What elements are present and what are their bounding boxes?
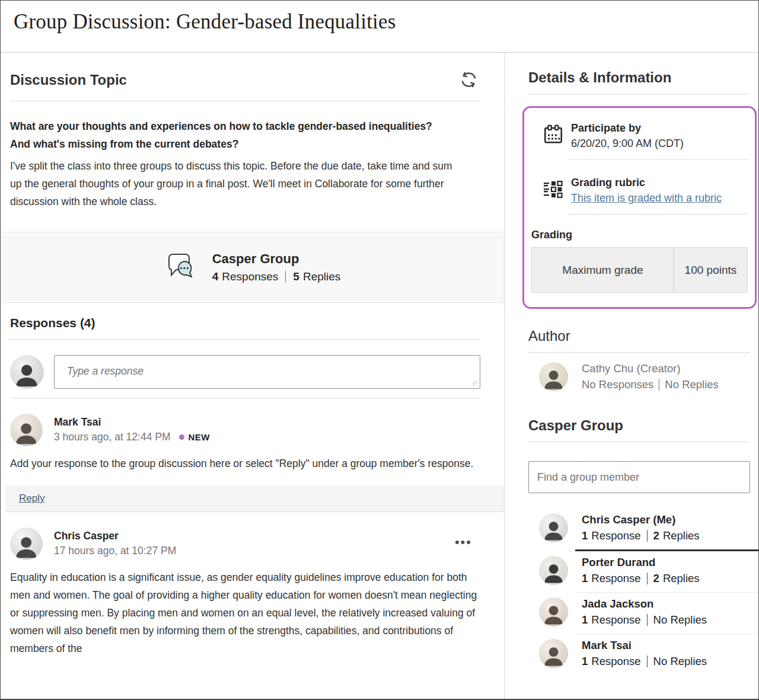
discussion-topic-heading: Discussion Topic — [10, 72, 127, 88]
grading-rubric-row: Grading rubric This item is graded with … — [524, 160, 755, 209]
topic-body: I've split the class into three groups t… — [10, 157, 462, 210]
responses-heading: Responses (4) — [10, 316, 480, 330]
rubric-icon — [542, 177, 566, 204]
member-stats: 1 Response 2 Replies — [582, 529, 700, 542]
post-mark-tsai: Mark Tsai 3 hours ago, at 12:44 PM NEW A… — [10, 414, 480, 512]
group-member-list: Chris Casper (Me) 1 Response 2 Replies — [528, 509, 750, 675]
participate-by-row: Participate by 6/20/20, 9:00 AM (CDT) — [524, 116, 755, 155]
response-composer — [10, 355, 480, 389]
replies-label: Replies — [303, 270, 340, 283]
refresh-icon — [458, 83, 479, 92]
find-group-member-input[interactable] — [528, 461, 750, 493]
avatar-porter-durand — [539, 556, 568, 585]
group-members-heading: Casper Group — [528, 417, 750, 434]
divider — [647, 573, 648, 584]
group-banner: Casper Group 4 Responses 5 Replies — [1, 232, 504, 303]
member-replies-label: No Replies — [653, 655, 707, 668]
new-badge: NEW — [189, 432, 210, 442]
topic-question: What are your thoughts and experiences o… — [10, 117, 452, 153]
post-author: Chris Casper — [54, 530, 438, 542]
divider — [528, 94, 750, 94]
author-name: Cathy Chu (Creator) — [582, 362, 719, 375]
page-title: Group Discussion: Gender-based Inequalit… — [14, 10, 744, 34]
refresh-button[interactable] — [457, 68, 480, 91]
member-name: Jada Jackson — [582, 597, 707, 610]
divider — [647, 656, 648, 667]
divider — [567, 214, 748, 215]
avatar-jada-jackson — [539, 597, 568, 627]
participate-by-value: 6/20/20, 9:00 AM (CDT) — [571, 138, 684, 150]
member-responses-label: Response — [591, 655, 640, 668]
post-author: Mark Tsai — [54, 416, 480, 429]
author-info: Cathy Chu (Creator) No Responses No Repl… — [582, 362, 719, 391]
member-name: Chris Casper (Me) — [582, 513, 700, 526]
member-name: Porter Durand — [582, 556, 700, 569]
divider — [10, 101, 480, 101]
divider — [647, 530, 648, 542]
details-highlight-box: Participate by 6/20/20, 9:00 AM (CDT) — [522, 106, 757, 309]
max-grade-value: 100 points — [674, 248, 747, 292]
grading-table: Maximum grade 100 points — [531, 247, 748, 293]
responses-count: 4 — [212, 270, 219, 283]
response-input[interactable] — [54, 355, 480, 389]
page-header: Group Discussion: Gender-based Inequalit… — [1, 1, 758, 53]
member-responses-count: 1 — [582, 572, 588, 585]
member-replies-count: 2 — [653, 529, 659, 542]
member-responses-label: Response — [591, 613, 640, 627]
divider — [528, 442, 750, 442]
member-stats: 1 Response 2 Replies — [582, 572, 700, 585]
author-row: Cathy Chu (Creator) No Responses No Repl… — [539, 362, 750, 391]
participate-by-label: Participate by — [571, 122, 684, 135]
responses-label: Responses — [222, 270, 278, 283]
details-column: Details & Information — [505, 53, 758, 700]
discussion-column: Discussion Topic What are yo — [1, 53, 505, 700]
ellipsis-icon: ••• — [455, 535, 472, 549]
member-row-porter-durand: Porter Durand 1 Response 2 Replies — [528, 551, 750, 592]
member-stats: 1 Response No Replies — [582, 613, 707, 627]
avatar-current-user — [10, 355, 44, 389]
post-timestamp: 17 hours ago, at 10:27 PM — [54, 545, 176, 557]
divider — [285, 271, 286, 283]
divider — [10, 398, 480, 398]
divider — [647, 614, 648, 626]
reply-bar: Reply — [5, 485, 504, 512]
author-replies: No Replies — [665, 378, 719, 391]
member-replies-count: 2 — [653, 572, 659, 585]
author-stats: No Responses No Replies — [582, 378, 719, 391]
details-heading: Details & Information — [528, 69, 750, 86]
replies-count: 5 — [293, 270, 299, 283]
member-row-jada-jackson: Jada Jackson 1 Response No Replies — [528, 593, 750, 634]
member-responses-count: 1 — [582, 529, 588, 542]
member-replies-label: Replies — [663, 572, 700, 585]
avatar-mark-tsai — [10, 414, 43, 446]
post-chris-casper: Chris Casper 17 hours ago, at 10:27 PM •… — [10, 528, 480, 657]
member-stats: 1 Response No Replies — [582, 655, 707, 668]
author-responses: No Responses — [582, 378, 653, 391]
chat-bubbles-icon — [164, 250, 196, 285]
responses-section: Responses (4) — [1, 303, 504, 657]
member-name: Mark Tsai — [582, 639, 707, 652]
post-options-button[interactable]: ••• — [449, 531, 478, 554]
group-banner-text: Casper Group 4 Responses 5 Replies — [212, 251, 341, 283]
page: Group Discussion: Gender-based Inequalit… — [0, 0, 759, 700]
calendar-icon — [542, 122, 566, 150]
post-timestamp: 3 hours ago, at 12:44 PM — [54, 431, 171, 443]
author-heading: Author — [528, 328, 750, 344]
member-responses-count: 1 — [582, 655, 588, 668]
rubric-link[interactable]: This item is graded with a rubric — [571, 192, 722, 204]
reply-link[interactable]: Reply — [19, 493, 44, 504]
participate-by-text: Participate by 6/20/20, 9:00 AM (CDT) — [571, 122, 684, 150]
group-banner-name: Casper Group — [212, 251, 341, 267]
grading-rubric-label: Grading rubric — [571, 177, 722, 189]
avatar-chris-casper-small — [539, 513, 568, 542]
main-layout: Discussion Topic What are yo — [1, 53, 758, 700]
grading-rubric-text: Grading rubric This item is graded with … — [571, 177, 722, 204]
group-banner-stats: 4 Responses 5 Replies — [212, 270, 341, 283]
grading-heading: Grading — [531, 229, 755, 241]
divider — [10, 339, 480, 340]
member-responses-label: Response — [591, 572, 640, 585]
member-row-mark-tsai: Mark Tsai 1 Response No Replies — [528, 634, 750, 675]
avatar-mark-tsai-small — [539, 639, 568, 668]
divider — [528, 352, 750, 353]
discussion-topic-section: Discussion Topic What are yo — [1, 53, 504, 210]
